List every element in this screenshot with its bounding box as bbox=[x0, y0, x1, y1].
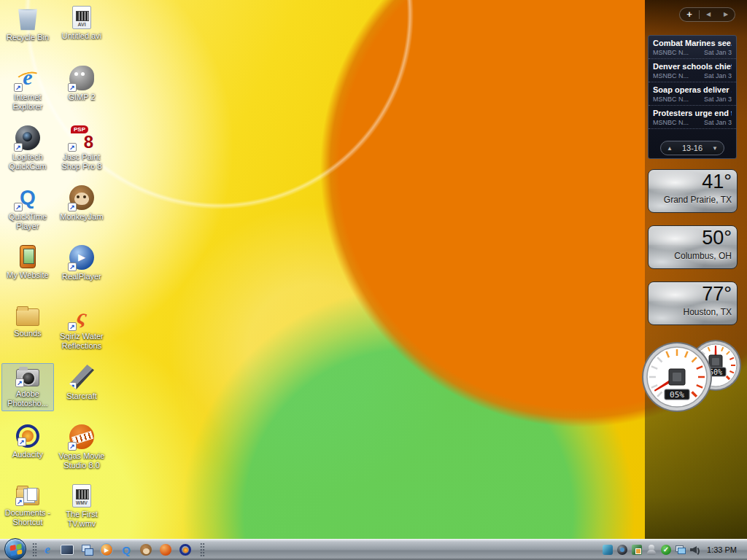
desktop-icon-label: The First TV.wmv bbox=[55, 510, 108, 529]
desktop-icon-untitled-avi[interactable]: Untitled.avi bbox=[55, 4, 108, 43]
desktop-icon-recycle-bin[interactable]: Recycle Bin bbox=[1, 4, 54, 44]
volume-icon[interactable] bbox=[689, 544, 701, 556]
display-icon[interactable] bbox=[631, 544, 643, 556]
desktop-icon-label: Internet Explorer bbox=[1, 93, 54, 112]
desktop-icon-starcraft[interactable]: ↗Starcraft bbox=[55, 363, 108, 403]
desktop-icon-label: Audacity bbox=[1, 450, 54, 459]
news-source: MSNBC N... bbox=[653, 96, 689, 103]
desktop-icon-label: Sqirlz Water Reflections bbox=[55, 332, 108, 351]
internet-explorer-icon: ↗ bbox=[15, 66, 40, 90]
pager-up-icon[interactable]: ▲ bbox=[667, 145, 673, 152]
desktop-icon-label: Recycle Bin bbox=[1, 33, 54, 42]
network-icon[interactable] bbox=[675, 544, 686, 556]
news-meta: MSNBC N...Sat Jan 3 bbox=[653, 96, 732, 103]
desktop-icon-sqirlz-water-reflections[interactable]: ↗Sqirlz Water Reflections bbox=[55, 303, 108, 353]
shortcut-arrow-icon: ↗ bbox=[14, 143, 23, 152]
camera-icon: ↗ bbox=[16, 369, 39, 386]
webcam-icon[interactable] bbox=[616, 544, 628, 556]
shortcut-arrow-icon: ↗ bbox=[15, 378, 24, 387]
start-button[interactable] bbox=[4, 538, 26, 560]
show-desktop-icon[interactable] bbox=[60, 542, 74, 557]
weather-temp: 50° bbox=[702, 227, 732, 249]
quickcam-icon: ↗ bbox=[15, 125, 40, 150]
add-gadget-button[interactable]: + bbox=[680, 8, 699, 21]
file-wmv-icon bbox=[72, 484, 91, 508]
desktop-icon-quicktime-player[interactable]: ↗QuickTime Player bbox=[1, 184, 54, 233]
desktop-icon-label: Logitech QuickCam bbox=[1, 152, 54, 171]
desktop-icon-label: RealPlayer bbox=[55, 272, 108, 281]
desktop-icon-monkeyjam[interactable]: ↗MonkeyJam bbox=[55, 184, 108, 224]
news-date: Sat Jan 3 bbox=[704, 119, 732, 126]
desktop-icon-jasc-paint-shop-pro-8[interactable]: ↗Jasc Paint Shop Pro 8 bbox=[55, 124, 108, 174]
shortcut-arrow-icon: ↗ bbox=[68, 262, 77, 271]
quicklaunch-grip[interactable] bbox=[32, 542, 37, 557]
desktop-icon-the-first-tv-wmv[interactable]: The First TV.wmv bbox=[55, 483, 108, 531]
monkeyjam-icon[interactable] bbox=[139, 542, 153, 557]
desktop-icon-audacity[interactable]: ↗Audacity bbox=[1, 423, 54, 462]
shortcut-arrow-icon: ↗ bbox=[18, 438, 26, 446]
next-page-icon[interactable]: ▶ bbox=[717, 8, 735, 21]
weather-gadget-columbus-oh[interactable]: 50°Columbus, OH bbox=[648, 225, 738, 269]
security-check-icon[interactable] bbox=[660, 544, 672, 556]
user-icon[interactable] bbox=[646, 544, 657, 556]
cpu-meter-gadget: 50% 05% bbox=[639, 334, 744, 416]
desktop-icon-label: Sounds bbox=[1, 329, 54, 338]
quicktime-icon: ↗ bbox=[15, 185, 40, 210]
desktop-icon-label: Untitled.avi bbox=[55, 31, 108, 41]
taskbar-grip[interactable] bbox=[200, 542, 205, 557]
cpu-gauge: 05% bbox=[642, 342, 712, 412]
quick-launch-bar bbox=[40, 542, 193, 557]
shortcut-arrow-icon: ↗ bbox=[68, 442, 77, 451]
news-item[interactable]: Denver schools chief...MSNBC N...Sat Jan… bbox=[649, 59, 736, 82]
desktop-icon-realplayer[interactable]: ↗RealPlayer bbox=[55, 244, 108, 284]
news-feed-gadget: Combat Marines see...MSNBC N...Sat Jan 3… bbox=[648, 35, 737, 159]
news-headline[interactable]: Combat Marines see... bbox=[653, 39, 732, 48]
weather-gadget-houston-tx[interactable]: 77°Houston, TX bbox=[648, 281, 738, 325]
desktop-icon-label: My Website bbox=[1, 271, 54, 280]
desktop-icon-label: Documents - Shortcut bbox=[1, 508, 54, 527]
gimp-icon: ↗ bbox=[69, 66, 94, 90]
taskbar-clock[interactable]: 1:33 PM bbox=[704, 545, 741, 554]
pda-icon bbox=[20, 245, 36, 268]
desktop-icon-adobe-photosho[interactable]: ↗Adobe Photosho... bbox=[1, 363, 54, 411]
weather-location: Houston, TX bbox=[684, 307, 732, 317]
desktop-icon-my-website[interactable]: My Website bbox=[1, 244, 54, 282]
news-pager: ▲ 13-16 ▼ bbox=[660, 141, 724, 155]
windows-flag-icon bbox=[9, 544, 22, 556]
prev-page-icon[interactable]: ◀ bbox=[700, 8, 717, 21]
cpu-meter-gauges: 50% 05% bbox=[639, 334, 744, 416]
desktop-icon-documents-shortcut[interactable]: ↗Documents - Shortcut bbox=[1, 483, 54, 529]
news-meta: MSNBC N...Sat Jan 3 bbox=[653, 72, 732, 79]
news-item[interactable]: Protesters urge end t...MSNBC N...Sat Ja… bbox=[649, 106, 736, 129]
desktop-icon-logitech-quickcam[interactable]: ↗Logitech QuickCam bbox=[1, 124, 54, 174]
internet-explorer-icon[interactable] bbox=[40, 542, 55, 557]
switch-windows-icon[interactable] bbox=[80, 542, 94, 557]
desktop-icon-internet-explorer[interactable]: ↗Internet Explorer bbox=[1, 64, 54, 114]
monkeyjam-icon: ↗ bbox=[69, 185, 94, 210]
pager-down-icon[interactable]: ▼ bbox=[712, 145, 718, 152]
quicktime-icon[interactable] bbox=[119, 542, 133, 557]
news-item[interactable]: Combat Marines see...MSNBC N...Sat Jan 3 bbox=[649, 36, 736, 59]
media-orange-icon[interactable] bbox=[158, 542, 173, 557]
news-headline[interactable]: Denver schools chief... bbox=[653, 62, 732, 71]
desktop-icon-label: Jasc Paint Shop Pro 8 bbox=[55, 152, 108, 171]
news-item[interactable]: Soap operas deliver ...MSNBC N...Sat Jan… bbox=[649, 82, 736, 106]
app-teal-icon[interactable] bbox=[602, 544, 614, 556]
desktop-icon-vegas-movie-studio-8-0[interactable]: ↗Vegas Movie Studio 8.0 bbox=[55, 423, 108, 472]
audacity-icon[interactable] bbox=[178, 542, 193, 557]
sidebar-control: + ◀ ▶ bbox=[679, 7, 735, 22]
news-meta: MSNBC N...Sat Jan 3 bbox=[653, 119, 732, 126]
media-player-icon[interactable] bbox=[99, 542, 114, 557]
taskbar: 1:33 PM bbox=[0, 539, 747, 560]
news-headline[interactable]: Protesters urge end t... bbox=[653, 109, 732, 118]
desktop-icon-gimp-2[interactable]: ↗GIMP 2 bbox=[55, 64, 108, 104]
desktop-icon-sounds[interactable]: Sounds bbox=[1, 303, 54, 341]
weather-temp: 77° bbox=[702, 283, 732, 306]
system-tray: 1:33 PM bbox=[602, 544, 747, 556]
vegas-icon: ↗ bbox=[69, 424, 94, 449]
weather-gadget-grand-prairie-tx[interactable]: 41°Grand Prairie, TX bbox=[648, 169, 738, 213]
shortcut-arrow-icon: ↗ bbox=[15, 497, 24, 506]
news-headline[interactable]: Soap operas deliver ... bbox=[653, 85, 732, 95]
desktop-icon-label: Starcraft bbox=[55, 392, 108, 401]
desktop-icon-label: MonkeyJam bbox=[55, 212, 108, 222]
